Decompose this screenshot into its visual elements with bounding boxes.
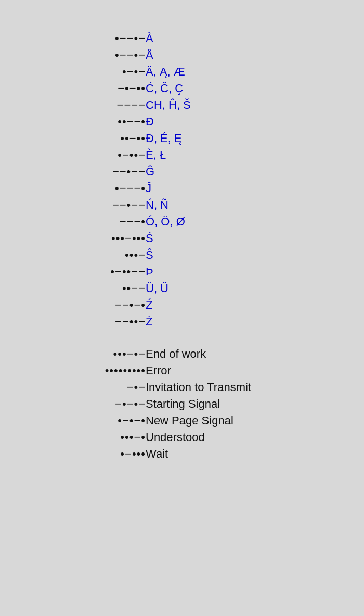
- signal-morse: •••••••••: [31, 362, 146, 379]
- character: Ä, Ą, Æ: [146, 64, 333, 80]
- letter-row: −−−• Ó, Ö, Ø: [31, 213, 333, 230]
- character: Ć, Č, Ç: [146, 80, 333, 97]
- letter-row: •−−•− Å: [31, 47, 333, 64]
- letter-row: −•−•• Ć, Č, Ç: [31, 80, 333, 97]
- character: Ś: [146, 230, 333, 247]
- signal-label: New Page Signal: [146, 412, 333, 429]
- letter-row: ••−−• Ð: [31, 114, 333, 130]
- signal-label: Understood: [146, 429, 333, 446]
- signal-label: Starting Signal: [146, 396, 333, 412]
- morse-code: ••−••: [31, 130, 146, 147]
- morse-code: −−•−−: [31, 164, 146, 180]
- character: Ó, Ö, Ø: [146, 213, 333, 230]
- morse-code: •−−−•: [31, 180, 146, 197]
- morse-code: ••−−: [31, 280, 146, 297]
- morse-code: •−••−−: [31, 263, 146, 280]
- signal-morse: •−•••: [31, 446, 146, 462]
- letter-row: −−•−− Ĝ: [31, 164, 333, 180]
- signal-row: •••−•− End of work: [31, 346, 333, 362]
- signal-label: Invitation to Transmit: [146, 379, 333, 396]
- letter-row: ••−− Ü, Ű: [31, 280, 333, 297]
- morse-code: •−−•−: [31, 30, 146, 47]
- character: Å: [146, 47, 333, 64]
- letter-row: •••− Ŝ: [31, 247, 333, 263]
- signal-morse: −•−: [31, 379, 146, 396]
- morse-code: •−•−: [31, 64, 146, 80]
- character: Ż: [146, 313, 333, 330]
- letter-row: •−−•− À: [31, 30, 333, 47]
- character: È, Ł: [146, 147, 333, 164]
- character: Ĝ: [146, 164, 333, 180]
- letter-row: −−•−− Ń, Ñ: [31, 197, 333, 213]
- character: Þ: [146, 263, 333, 280]
- morse-code: •••−•••: [31, 230, 146, 247]
- signal-row: −•− Invitation to Transmit: [31, 379, 333, 396]
- character: À: [146, 30, 333, 47]
- morse-code: •••−: [31, 247, 146, 263]
- signal-row: •−•−• New Page Signal: [31, 412, 333, 429]
- letter-row: −−−− CH, Ĥ, Š: [31, 97, 333, 114]
- signal-row: •−••• Wait: [31, 446, 333, 462]
- character: Ü, Ű: [146, 280, 333, 297]
- character: Ð: [146, 114, 333, 130]
- signal-label: Error: [146, 362, 333, 379]
- signal-row: •••−• Understood: [31, 429, 333, 446]
- morse-code: •−••−: [31, 147, 146, 164]
- letter-row: −−•−• Ź: [31, 297, 333, 313]
- morse-code: −−−•: [31, 213, 146, 230]
- signal-row: ••••••••• Error: [31, 362, 333, 379]
- character: Ń, Ñ: [146, 197, 333, 213]
- letter-row: •−−−• Ĵ: [31, 180, 333, 197]
- signal-morse: •••−•: [31, 429, 146, 446]
- character: CH, Ĥ, Š: [146, 97, 333, 114]
- signals-table: •−−•− À •−−•− Å •−•− Ä, Ą, Æ −•−•• Ć, Č,…: [31, 30, 333, 462]
- letter-row: •−••−− Þ: [31, 263, 333, 280]
- morse-code: •−−•−: [31, 47, 146, 64]
- signal-row: −•−•− Starting Signal: [31, 396, 333, 412]
- morse-code: −−•−•: [31, 297, 146, 313]
- letter-row: •−•− Ä, Ą, Æ: [31, 64, 333, 80]
- morse-code: −•−••: [31, 80, 146, 97]
- signal-label: Wait: [146, 446, 333, 462]
- letter-row: −−••− Ż: [31, 313, 333, 330]
- letter-row: ••−•• Đ, É, Ę: [31, 130, 333, 147]
- character: Đ, É, Ę: [146, 130, 333, 147]
- letter-row: •••−••• Ś: [31, 230, 333, 247]
- character: Ĵ: [146, 180, 333, 197]
- character: Ź: [146, 297, 333, 313]
- morse-code: −−−−: [31, 97, 146, 114]
- morse-code: −−••−: [31, 313, 146, 330]
- character: Ŝ: [146, 247, 333, 263]
- morse-code: ••−−•: [31, 114, 146, 130]
- signal-morse: •−•−•: [31, 412, 146, 429]
- morse-code: −−•−−: [31, 197, 146, 213]
- signal-label: End of work: [146, 346, 333, 362]
- signal-morse: −•−•−: [31, 396, 146, 412]
- signal-morse: •••−•−: [31, 346, 146, 362]
- letter-row: •−••− È, Ł: [31, 147, 333, 164]
